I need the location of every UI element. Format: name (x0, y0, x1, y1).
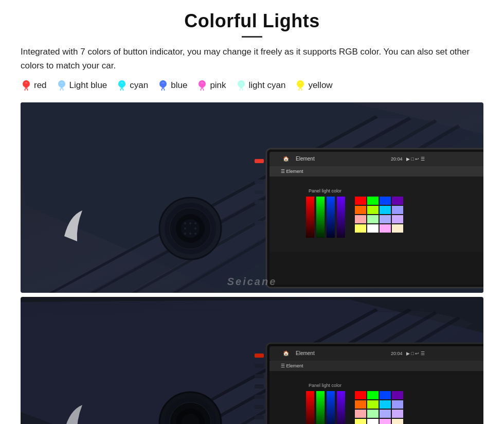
svg-text:Element: Element (296, 350, 315, 356)
svg-rect-63 (337, 197, 345, 238)
svg-rect-78 (380, 224, 391, 233)
svg-point-12 (159, 80, 167, 87)
svg-point-0 (23, 80, 30, 87)
svg-rect-90 (255, 364, 264, 368)
watermark-top: Seicane (227, 276, 277, 288)
car-image-top: 🏠 Element 20:04 ▶ □ ↩ ☰ ☰ Element Panel … (21, 102, 483, 293)
svg-rect-125 (380, 419, 391, 424)
svg-rect-95 (255, 415, 264, 419)
color-label-blue: blue (171, 80, 187, 91)
svg-rect-60 (306, 197, 314, 238)
svg-point-20 (238, 80, 245, 87)
svg-rect-44 (255, 180, 264, 184)
svg-rect-43 (255, 169, 264, 173)
svg-rect-71 (392, 206, 403, 214)
svg-text:Element: Element (296, 156, 315, 162)
svg-rect-115 (355, 400, 366, 409)
svg-rect-108 (316, 391, 325, 424)
color-item-yellow: yellow (295, 79, 332, 92)
color-label-red: red (34, 80, 47, 91)
svg-rect-73 (367, 215, 379, 223)
svg-point-16 (199, 80, 206, 87)
color-item-light-cyan: light cyan (236, 79, 286, 92)
svg-rect-107 (306, 391, 314, 424)
svg-text:Panel light color: Panel light color (309, 383, 341, 388)
title-divider (242, 36, 262, 38)
main-title: Colorful Lights (21, 10, 483, 32)
svg-point-37 (184, 227, 186, 229)
svg-rect-66 (380, 197, 391, 205)
page-wrapper: Colorful Lights Integrated with 7 colors… (0, 0, 504, 424)
car-image-bottom: 🏠 Element 20:04 ▶ □ ↩ ☰ ☰ Element Panel … (21, 297, 483, 424)
svg-point-24 (297, 80, 304, 87)
svg-rect-25 (299, 87, 302, 89)
svg-rect-118 (392, 400, 403, 409)
svg-rect-69 (367, 206, 379, 214)
svg-text:Panel light color: Panel light color (309, 188, 341, 193)
svg-text:🏠: 🏠 (283, 155, 290, 162)
car-svg-top: 🏠 Element 20:04 ▶ □ ↩ ☰ ☰ Element Panel … (21, 102, 483, 293)
svg-rect-45 (255, 190, 264, 194)
color-item-red: red (21, 79, 47, 92)
svg-rect-68 (355, 206, 366, 214)
svg-rect-113 (380, 391, 391, 399)
svg-point-38 (194, 227, 196, 229)
color-label-yellow: yellow (308, 80, 332, 91)
svg-rect-75 (392, 215, 403, 223)
bulb-icon-cyan (116, 79, 128, 92)
bulb-icon-blue (157, 79, 169, 92)
svg-text:20:04: 20:04 (391, 351, 403, 356)
svg-rect-67 (392, 197, 403, 205)
images-section: 🏠 Element 20:04 ▶ □ ↩ ☰ ☰ Element Panel … (21, 102, 483, 424)
svg-rect-77 (367, 224, 379, 233)
svg-rect-121 (380, 410, 391, 418)
bulb-icon-red (21, 79, 32, 92)
svg-rect-120 (367, 410, 379, 418)
svg-rect-124 (367, 419, 379, 424)
svg-rect-119 (355, 410, 366, 418)
svg-point-8 (118, 80, 125, 87)
description-text: Integrated with 7 colors of button indic… (21, 45, 483, 73)
bulb-icon-light-cyan (236, 79, 247, 92)
svg-point-36 (194, 222, 196, 224)
svg-rect-92 (255, 384, 264, 388)
svg-rect-91 (255, 374, 264, 378)
svg-rect-112 (367, 391, 379, 399)
color-label-light-cyan: light cyan (249, 80, 286, 91)
svg-rect-9 (121, 87, 123, 89)
color-item-light-blue: Light blue (56, 79, 107, 92)
svg-rect-47 (255, 210, 264, 215)
svg-rect-117 (380, 400, 391, 409)
svg-text:☰  Element: ☰ Element (281, 169, 303, 174)
bulb-icon-yellow (295, 79, 306, 92)
svg-rect-72 (355, 215, 366, 223)
svg-text:▶ □ ↩ ☰: ▶ □ ↩ ☰ (406, 351, 425, 356)
svg-point-39 (184, 233, 186, 235)
svg-rect-110 (337, 391, 345, 424)
svg-text:☰  Element: ☰ Element (281, 363, 303, 368)
svg-rect-80 (269, 252, 483, 285)
color-label-light-blue: Light blue (69, 80, 107, 91)
svg-point-40 (189, 233, 191, 235)
svg-rect-17 (201, 87, 204, 89)
svg-rect-1 (25, 87, 28, 89)
svg-rect-109 (327, 391, 335, 424)
svg-rect-74 (380, 215, 391, 223)
svg-rect-13 (162, 87, 165, 89)
svg-rect-62 (327, 197, 335, 238)
svg-rect-64 (355, 197, 366, 205)
svg-rect-65 (367, 197, 379, 205)
svg-rect-89 (255, 354, 264, 358)
svg-rect-48 (255, 221, 264, 225)
svg-point-35 (189, 222, 191, 224)
svg-rect-126 (392, 419, 403, 424)
svg-rect-5 (60, 87, 63, 89)
svg-rect-76 (355, 224, 366, 233)
color-item-pink: pink (196, 79, 226, 92)
svg-rect-94 (255, 405, 264, 409)
color-label-cyan: cyan (130, 80, 148, 91)
svg-rect-21 (240, 87, 242, 89)
bulb-icon-pink (196, 79, 208, 92)
svg-rect-61 (316, 197, 325, 238)
svg-rect-79 (392, 224, 403, 233)
